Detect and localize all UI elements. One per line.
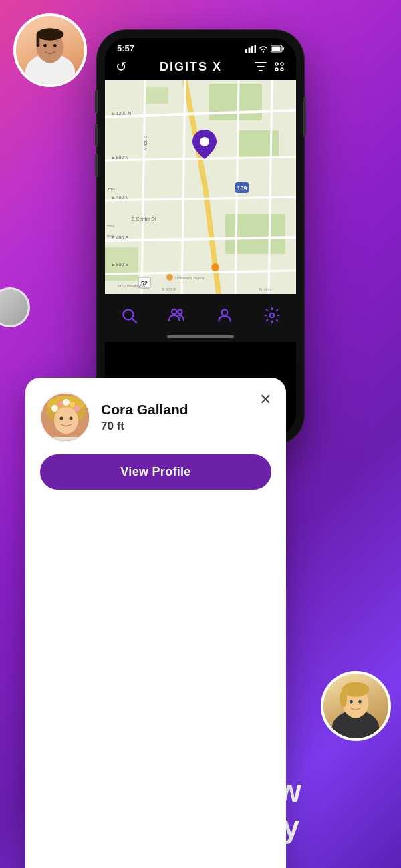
svg-rect-28 — [145, 87, 168, 104]
svg-text:mem: mem — [107, 224, 114, 228]
view-profile-button[interactable]: View Profile — [40, 454, 271, 490]
svg-rect-17 — [255, 45, 257, 53]
nav-profile[interactable] — [216, 307, 233, 324]
popup-name: Cora Galland — [101, 402, 271, 418]
app-title: DIGITS X — [160, 60, 222, 74]
map-pin — [192, 130, 217, 162]
svg-point-73 — [57, 402, 63, 407]
svg-point-75 — [70, 402, 75, 407]
svg-rect-30 — [225, 214, 285, 254]
svg-point-76 — [74, 406, 80, 411]
status-icons — [245, 45, 284, 53]
svg-point-61 — [200, 137, 209, 146]
svg-rect-21 — [283, 47, 285, 50]
map-svg: E 1200 N E 800 N E 400 N E Center St E 4… — [105, 80, 296, 294]
svg-rect-14 — [245, 49, 247, 53]
nav-search[interactable] — [120, 307, 138, 324]
svg-text:E 1200 N: E 1200 N — [112, 111, 131, 116]
svg-text:E 800 N: E 800 N — [112, 155, 128, 160]
svg-rect-27 — [209, 84, 262, 120]
signal-icon — [245, 45, 256, 53]
svg-text:189: 189 — [237, 185, 247, 192]
svg-point-72 — [51, 405, 58, 412]
grid-icon[interactable] — [273, 61, 285, 73]
svg-point-77 — [54, 407, 78, 434]
wifi-icon — [259, 45, 268, 53]
svg-rect-20 — [272, 46, 281, 51]
svg-point-18 — [263, 51, 264, 52]
avatar-bottom-right — [321, 671, 391, 741]
svg-rect-16 — [251, 46, 253, 53]
header-right-icons — [255, 61, 285, 73]
battery-icon — [271, 45, 284, 53]
svg-point-74 — [63, 399, 70, 406]
svg-text:University Place: University Place — [175, 276, 205, 280]
svg-point-56 — [166, 274, 173, 281]
home-bar — [167, 335, 234, 338]
svg-point-67 — [270, 313, 275, 318]
refresh-icon[interactable]: ↺ — [116, 59, 127, 75]
svg-point-25 — [281, 68, 283, 71]
popup-info: Cora Galland 70 ft — [101, 402, 271, 433]
svg-point-3 — [37, 28, 64, 41]
nav-people[interactable] — [168, 307, 185, 324]
svg-text:S 800 E: S 800 E — [162, 287, 176, 291]
svg-point-13 — [358, 700, 362, 704]
svg-point-22 — [275, 63, 278, 65]
svg-rect-15 — [249, 47, 251, 53]
nav-settings[interactable] — [263, 307, 281, 324]
bottom-nav — [105, 294, 296, 333]
svg-point-12 — [350, 700, 353, 704]
svg-point-11 — [340, 690, 347, 708]
phone-screen: 5:57 — [105, 38, 296, 436]
app-header: ↺ DIGITS X — [105, 56, 296, 80]
svg-point-78 — [60, 417, 63, 420]
avatar-top-left — [13, 13, 87, 87]
popup-distance: 70 ft — [101, 420, 271, 433]
popup-card: Cora Galland 70 ft ✕ View Profile — [25, 378, 286, 868]
filter-icon[interactable] — [255, 61, 267, 73]
svg-point-65 — [178, 309, 182, 314]
svg-text:E 800 S: E 800 S — [112, 262, 128, 267]
svg-line-63 — [132, 319, 136, 323]
notch — [160, 38, 241, 54]
svg-text:em: em — [108, 186, 115, 191]
svg-text:N 800 E: N 800 E — [144, 136, 148, 150]
svg-text:Smith's: Smith's — [259, 287, 271, 291]
close-button[interactable]: ✕ — [259, 392, 271, 407]
svg-point-79 — [70, 417, 73, 420]
svg-point-23 — [281, 63, 283, 65]
svg-text:stco Wholesale: stco Wholesale — [118, 284, 146, 288]
svg-rect-29 — [239, 130, 279, 157]
status-time: 5:57 — [117, 43, 134, 53]
home-indicator — [105, 333, 296, 342]
svg-point-55 — [211, 263, 219, 271]
svg-text:E Center St: E Center St — [132, 216, 156, 221]
map-area[interactable]: E 1200 N E 800 N E 400 N E Center St E 4… — [105, 80, 296, 294]
svg-rect-4 — [37, 35, 40, 47]
popup-avatar — [40, 392, 90, 442]
svg-point-66 — [221, 309, 227, 315]
popup-header: Cora Galland 70 ft ✕ — [40, 392, 271, 442]
svg-text:Blvd: Blvd — [107, 234, 114, 238]
svg-point-5 — [43, 44, 47, 47]
svg-rect-80 — [51, 437, 82, 442]
svg-point-6 — [53, 44, 57, 47]
svg-text:E 400 N: E 400 N — [112, 195, 128, 200]
svg-text:E 400 S: E 400 S — [112, 235, 128, 240]
svg-point-24 — [275, 68, 278, 71]
svg-point-64 — [172, 309, 177, 315]
